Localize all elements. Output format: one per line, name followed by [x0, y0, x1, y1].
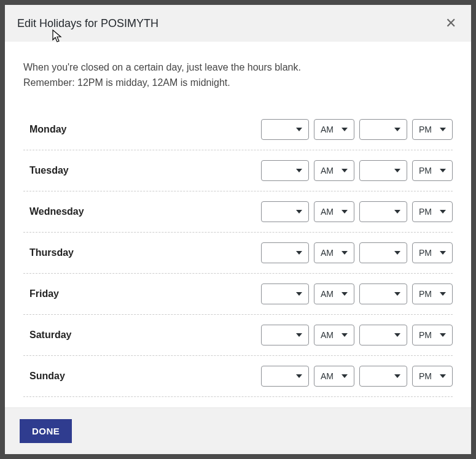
- day-label-monday: Monday: [23, 124, 255, 135]
- close-ampm-select-thursday[interactable]: PM: [412, 242, 453, 263]
- chevron-down-icon: [440, 374, 446, 378]
- chevron-down-icon: [394, 374, 400, 378]
- close-ampm-select-wednesday[interactable]: PM: [412, 201, 453, 222]
- ampm-value: PM: [419, 207, 432, 217]
- close-time-select-sunday[interactable]: [359, 366, 407, 387]
- done-button[interactable]: DONE: [20, 419, 72, 443]
- ampm-value: PM: [419, 125, 432, 134]
- ampm-value: PM: [419, 330, 432, 340]
- ampm-value: AM: [321, 125, 334, 134]
- ampm-value: PM: [419, 248, 432, 258]
- ampm-value: PM: [419, 371, 432, 381]
- day-row-wednesday: Wednesday AM PM: [23, 191, 453, 233]
- open-time-select-tuesday[interactable]: [261, 160, 309, 181]
- close-ampm-select-friday[interactable]: PM: [412, 284, 453, 304]
- chevron-down-icon: [341, 374, 348, 378]
- hour-selects-tuesday: AM PM: [261, 160, 453, 181]
- ampm-value: AM: [321, 289, 334, 299]
- day-label-tuesday: Tuesday: [23, 165, 255, 176]
- chevron-down-icon: [341, 128, 348, 131]
- chevron-down-icon: [296, 333, 302, 337]
- open-ampm-select-friday[interactable]: AM: [314, 284, 354, 304]
- chevron-down-icon: [394, 169, 400, 172]
- chevron-down-icon: [296, 292, 302, 296]
- open-ampm-select-monday[interactable]: AM: [314, 119, 354, 140]
- modal-title: Edit Holidays for POSIMYTH: [17, 17, 158, 30]
- chevron-down-icon: [341, 333, 348, 337]
- open-time-select-saturday[interactable]: [261, 325, 309, 345]
- day-row-friday: Friday AM PM: [23, 274, 453, 315]
- chevron-down-icon: [394, 210, 400, 214]
- chevron-down-icon: [394, 292, 400, 296]
- close-icon: ✕: [445, 15, 456, 31]
- chevron-down-icon: [341, 210, 348, 214]
- open-time-select-sunday[interactable]: [261, 366, 309, 387]
- chevron-down-icon: [440, 210, 446, 214]
- hour-selects-monday: AM PM: [261, 119, 453, 140]
- hour-selects-sunday: AM PM: [261, 366, 453, 387]
- open-time-select-thursday[interactable]: [261, 242, 309, 263]
- close-time-select-tuesday[interactable]: [359, 160, 407, 181]
- open-ampm-select-thursday[interactable]: AM: [314, 242, 354, 263]
- day-label-wednesday: Wednesday: [23, 206, 255, 217]
- day-row-sunday: Sunday AM PM: [23, 356, 453, 397]
- chevron-down-icon: [341, 251, 348, 255]
- day-row-monday: Monday AM PM: [23, 109, 453, 150]
- close-ampm-select-sunday[interactable]: PM: [412, 366, 453, 387]
- chevron-down-icon: [394, 251, 400, 255]
- chevron-down-icon: [394, 128, 400, 131]
- instructions-text: When you're closed on a certain day, jus…: [23, 60, 453, 91]
- ampm-value: AM: [321, 248, 334, 258]
- chevron-down-icon: [296, 169, 302, 172]
- open-time-select-friday[interactable]: [261, 284, 309, 304]
- day-row-tuesday: Tuesday AM PM: [23, 150, 453, 191]
- chevron-down-icon: [440, 128, 446, 131]
- hour-selects-friday: AM PM: [261, 284, 453, 304]
- instructions-line-2: Remember: 12PM is midday, 12AM is midnig…: [23, 75, 453, 91]
- days-list: Monday AM PM Tuesday AM PM: [23, 109, 453, 397]
- hour-selects-thursday: AM PM: [261, 242, 453, 263]
- ampm-value: AM: [321, 330, 334, 340]
- chevron-down-icon: [440, 169, 446, 172]
- close-time-select-monday[interactable]: [359, 119, 407, 140]
- hour-selects-wednesday: AM PM: [261, 201, 453, 222]
- close-ampm-select-saturday[interactable]: PM: [412, 325, 453, 345]
- close-time-select-wednesday[interactable]: [359, 201, 407, 222]
- modal-header: Edit Holidays for POSIMYTH ✕: [5, 5, 471, 42]
- ampm-value: AM: [321, 371, 334, 381]
- day-label-saturday: Saturday: [23, 330, 255, 341]
- open-ampm-select-saturday[interactable]: AM: [314, 325, 354, 345]
- chevron-down-icon: [394, 333, 400, 337]
- day-row-saturday: Saturday AM PM: [23, 315, 453, 356]
- hour-selects-saturday: AM PM: [261, 325, 453, 345]
- close-button[interactable]: ✕: [443, 17, 459, 30]
- open-time-select-wednesday[interactable]: [261, 201, 309, 222]
- ampm-value: AM: [321, 207, 334, 217]
- modal-body: When you're closed on a certain day, jus…: [5, 42, 471, 407]
- chevron-down-icon: [296, 210, 302, 214]
- modal: Edit Holidays for POSIMYTH ✕ When you're…: [5, 5, 471, 454]
- chevron-down-icon: [296, 374, 302, 378]
- modal-footer: DONE: [5, 407, 471, 454]
- chevron-down-icon: [440, 333, 446, 337]
- open-ampm-select-sunday[interactable]: AM: [314, 366, 354, 387]
- open-ampm-select-tuesday[interactable]: AM: [314, 160, 354, 181]
- ampm-value: PM: [419, 289, 432, 299]
- chevron-down-icon: [440, 251, 446, 255]
- day-label-friday: Friday: [23, 288, 255, 299]
- instructions-line-1: When you're closed on a certain day, jus…: [23, 60, 453, 75]
- ampm-value: PM: [419, 166, 432, 176]
- close-time-select-thursday[interactable]: [359, 242, 407, 263]
- chevron-down-icon: [440, 292, 446, 296]
- day-label-thursday: Thursday: [23, 247, 255, 258]
- chevron-down-icon: [341, 169, 348, 172]
- day-label-sunday: Sunday: [23, 371, 255, 382]
- chevron-down-icon: [296, 251, 302, 255]
- close-time-select-saturday[interactable]: [359, 325, 407, 345]
- ampm-value: AM: [321, 166, 334, 176]
- close-ampm-select-tuesday[interactable]: PM: [412, 160, 453, 181]
- open-ampm-select-wednesday[interactable]: AM: [314, 201, 354, 222]
- open-time-select-monday[interactable]: [261, 119, 309, 140]
- close-time-select-friday[interactable]: [359, 284, 407, 304]
- close-ampm-select-monday[interactable]: PM: [412, 119, 453, 140]
